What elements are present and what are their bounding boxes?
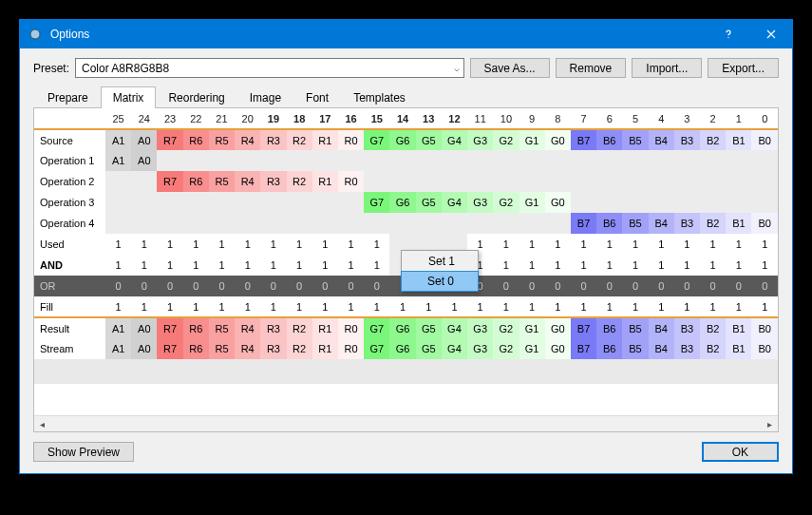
col-header[interactable]: 17	[312, 108, 338, 129]
matrix-cell[interactable]: R0	[338, 338, 364, 359]
matrix-cell[interactable]: G1	[519, 317, 545, 338]
matrix-cell[interactable]: R6	[183, 129, 209, 150]
matrix-cell[interactable]: R5	[209, 129, 235, 150]
matrix-cell[interactable]: G3	[467, 338, 493, 359]
matrix-cell[interactable]: G0	[545, 192, 571, 213]
matrix-cell[interactable]: 0	[571, 276, 596, 296]
matrix-cell[interactable]: 1	[674, 255, 700, 276]
matrix-cell[interactable]: R3	[260, 317, 286, 338]
matrix-cell[interactable]: G4	[442, 192, 467, 213]
matrix-cell[interactable]	[545, 150, 571, 171]
matrix-cell[interactable]: B1	[726, 338, 751, 359]
matrix-cell[interactable]: 1	[726, 296, 751, 317]
matrix-cell[interactable]	[649, 192, 674, 213]
matrix-cell[interactable]: G7	[364, 129, 389, 150]
matrix-cell[interactable]	[287, 150, 312, 171]
matrix-cell[interactable]: B2	[700, 129, 726, 150]
matrix-cell[interactable]: 0	[493, 276, 519, 296]
matrix-cell[interactable]	[493, 171, 519, 192]
show-preview-button[interactable]: Show Preview	[33, 442, 134, 462]
matrix-cell[interactable]	[467, 150, 493, 171]
matrix-cell[interactable]: 0	[157, 276, 182, 296]
matrix-cell[interactable]: B7	[571, 129, 596, 150]
matrix-cell[interactable]: 1	[545, 296, 571, 317]
matrix-cell[interactable]: G5	[416, 338, 442, 359]
matrix-cell[interactable]: R6	[183, 317, 209, 338]
matrix-cell[interactable]: 1	[519, 296, 545, 317]
matrix-cell[interactable]	[157, 213, 182, 234]
matrix-cell[interactable]	[442, 213, 467, 234]
matrix-cell[interactable]: 1	[726, 255, 751, 276]
matrix-cell[interactable]: 0	[338, 276, 364, 296]
matrix-cell[interactable]: R6	[183, 338, 209, 359]
matrix-cell[interactable]: 1	[105, 255, 131, 276]
matrix-cell[interactable]: 0	[700, 276, 726, 296]
matrix-cell[interactable]	[312, 213, 338, 234]
matrix-cell[interactable]	[287, 192, 312, 213]
matrix-cell[interactable]: A0	[131, 317, 157, 338]
matrix-cell[interactable]: B5	[622, 338, 648, 359]
matrix-cell[interactable]: R5	[209, 171, 235, 192]
matrix-cell[interactable]: 1	[105, 296, 131, 317]
matrix-cell[interactable]: 1	[700, 234, 726, 255]
horizontal-scrollbar[interactable]: ◂ ▸	[34, 415, 778, 431]
col-header[interactable]: 13	[416, 108, 442, 129]
matrix-cell[interactable]: R7	[157, 317, 182, 338]
matrix-cell[interactable]: 1	[700, 296, 726, 317]
matrix-cell[interactable]	[235, 213, 260, 234]
matrix-cell[interactable]: G0	[545, 338, 571, 359]
matrix-cell[interactable]	[751, 171, 778, 192]
matrix-cell[interactable]: R4	[235, 338, 260, 359]
matrix-cell[interactable]: G1	[519, 338, 545, 359]
matrix-cell[interactable]	[519, 171, 545, 192]
tab-reordering[interactable]: Reordering	[156, 86, 236, 108]
matrix-cell[interactable]: B3	[674, 129, 700, 150]
matrix-cell[interactable]: G7	[364, 317, 389, 338]
col-header[interactable]: 18	[287, 108, 312, 129]
matrix-cell[interactable]	[338, 213, 364, 234]
matrix-cell[interactable]: 1	[571, 296, 596, 317]
matrix-cell[interactable]: 1	[649, 234, 674, 255]
matrix-cell[interactable]: 1	[649, 296, 674, 317]
tab-matrix[interactable]: Matrix	[101, 86, 157, 108]
matrix-cell[interactable]: 0	[131, 276, 157, 296]
scroll-right-icon[interactable]: ▸	[762, 416, 778, 432]
matrix-cell[interactable]: R3	[260, 338, 286, 359]
matrix-cell[interactable]: 1	[571, 234, 596, 255]
matrix-cell[interactable]: 1	[596, 234, 622, 255]
matrix-cell[interactable]: B5	[622, 213, 648, 234]
matrix-cell[interactable]: R3	[260, 171, 286, 192]
scroll-left-icon[interactable]: ◂	[34, 416, 50, 432]
matrix-cell[interactable]: 1	[493, 255, 519, 276]
matrix-cell[interactable]: G7	[364, 192, 389, 213]
matrix-cell[interactable]: 0	[312, 276, 338, 296]
matrix-cell[interactable]: 1	[622, 234, 648, 255]
col-header[interactable]: 14	[389, 108, 415, 129]
matrix-cell[interactable]: 0	[726, 276, 751, 296]
matrix-cell[interactable]: 1	[364, 296, 389, 317]
matrix-cell[interactable]: 1	[338, 255, 364, 276]
matrix-cell[interactable]: 0	[105, 276, 131, 296]
matrix-cell[interactable]: 1	[183, 296, 209, 317]
matrix-cell[interactable]	[674, 192, 700, 213]
matrix-cell[interactable]: R2	[287, 338, 312, 359]
matrix-cell[interactable]: 1	[209, 234, 235, 255]
matrix-cell[interactable]: 1	[442, 296, 467, 317]
tab-prepare[interactable]: Prepare	[35, 86, 101, 108]
remove-button[interactable]: Remove	[556, 58, 627, 78]
matrix-cell[interactable]: 1	[364, 234, 389, 255]
matrix-cell[interactable]: R0	[338, 129, 364, 150]
matrix-cell[interactable]: 0	[622, 276, 648, 296]
col-header[interactable]: 25	[105, 108, 131, 129]
matrix-cell[interactable]: B6	[596, 129, 622, 150]
matrix-cell[interactable]: 1	[649, 255, 674, 276]
matrix-cell[interactable]	[596, 192, 622, 213]
matrix-cell[interactable]: G0	[545, 317, 571, 338]
matrix-cell[interactable]	[183, 213, 209, 234]
matrix-cell[interactable]	[596, 150, 622, 171]
matrix-cell[interactable]: G6	[389, 129, 415, 150]
matrix-cell[interactable]	[364, 171, 389, 192]
matrix-cell[interactable]: 0	[287, 276, 312, 296]
matrix-cell[interactable]: A1	[105, 150, 131, 171]
matrix-cell[interactable]	[649, 171, 674, 192]
